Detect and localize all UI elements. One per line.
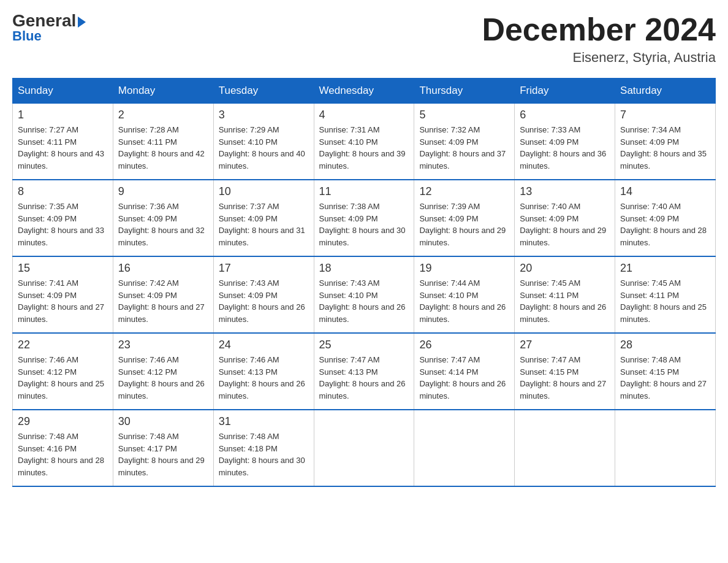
day-info: Sunrise: 7:42 AMSunset: 4:09 PMDaylight:… — [118, 277, 208, 325]
day-cell: 9Sunrise: 7:36 AMSunset: 4:09 PMDaylight… — [113, 180, 213, 256]
day-info: Sunrise: 7:37 AMSunset: 4:09 PMDaylight:… — [219, 201, 309, 248]
day-info: Sunrise: 7:48 AMSunset: 4:15 PMDaylight:… — [620, 354, 710, 402]
day-number: 5 — [419, 109, 509, 121]
day-cell: 25Sunrise: 7:47 AMSunset: 4:13 PMDayligh… — [314, 333, 414, 410]
day-number: 21 — [620, 262, 710, 275]
day-cell: 31Sunrise: 7:48 AMSunset: 4:18 PMDayligh… — [213, 410, 314, 486]
day-number: 30 — [118, 415, 208, 428]
week-row-1: 1Sunrise: 7:27 AMSunset: 4:11 PMDaylight… — [13, 104, 716, 180]
day-info: Sunrise: 7:47 AMSunset: 4:14 PMDaylight:… — [419, 354, 509, 402]
logo-blue-text: Blue — [12, 28, 42, 44]
day-cell — [515, 410, 615, 486]
page-header: General Blue December 2024 Eisenerz, Sty… — [12, 12, 716, 66]
day-cell: 2Sunrise: 7:28 AMSunset: 4:11 PMDaylight… — [113, 104, 213, 180]
day-number: 6 — [520, 109, 610, 121]
day-info: Sunrise: 7:40 AMSunset: 4:09 PMDaylight:… — [520, 201, 610, 248]
day-info: Sunrise: 7:41 AMSunset: 4:09 PMDaylight:… — [18, 277, 108, 325]
title-block: December 2024 Eisenerz, Styria, Austria — [482, 12, 716, 66]
day-info: Sunrise: 7:40 AMSunset: 4:09 PMDaylight:… — [620, 201, 710, 248]
day-number: 20 — [520, 262, 610, 275]
day-cell: 10Sunrise: 7:37 AMSunset: 4:09 PMDayligh… — [213, 180, 314, 256]
day-info: Sunrise: 7:32 AMSunset: 4:09 PMDaylight:… — [419, 124, 509, 172]
day-info: Sunrise: 7:43 AMSunset: 4:09 PMDaylight:… — [219, 277, 309, 325]
week-row-4: 22Sunrise: 7:46 AMSunset: 4:12 PMDayligh… — [13, 333, 716, 410]
calendar-table: SundayMondayTuesdayWednesdayThursdayFrid… — [12, 78, 716, 487]
day-cell — [314, 410, 414, 486]
day-info: Sunrise: 7:35 AMSunset: 4:09 PMDaylight:… — [18, 201, 108, 248]
col-header-sunday: Sunday — [13, 79, 113, 104]
day-cell: 18Sunrise: 7:43 AMSunset: 4:10 PMDayligh… — [314, 256, 414, 333]
header-row: SundayMondayTuesdayWednesdayThursdayFrid… — [13, 79, 716, 104]
day-info: Sunrise: 7:48 AMSunset: 4:16 PMDaylight:… — [18, 431, 108, 478]
day-number: 26 — [419, 339, 509, 351]
day-cell: 22Sunrise: 7:46 AMSunset: 4:12 PMDayligh… — [13, 333, 113, 410]
day-info: Sunrise: 7:34 AMSunset: 4:09 PMDaylight:… — [620, 124, 710, 172]
day-number: 29 — [18, 415, 108, 428]
day-number: 18 — [319, 262, 409, 275]
day-info: Sunrise: 7:47 AMSunset: 4:15 PMDaylight:… — [520, 354, 610, 402]
week-row-2: 8Sunrise: 7:35 AMSunset: 4:09 PMDaylight… — [13, 180, 716, 256]
day-info: Sunrise: 7:46 AMSunset: 4:13 PMDaylight:… — [219, 354, 309, 402]
day-number: 22 — [18, 339, 108, 351]
day-number: 3 — [219, 109, 309, 121]
day-cell: 17Sunrise: 7:43 AMSunset: 4:09 PMDayligh… — [213, 256, 314, 333]
day-info: Sunrise: 7:28 AMSunset: 4:11 PMDaylight:… — [118, 124, 208, 172]
logo: General Blue — [12, 12, 86, 44]
day-cell: 7Sunrise: 7:34 AMSunset: 4:09 PMDaylight… — [615, 104, 716, 180]
day-cell: 8Sunrise: 7:35 AMSunset: 4:09 PMDaylight… — [13, 180, 113, 256]
day-number: 24 — [219, 339, 309, 351]
day-info: Sunrise: 7:46 AMSunset: 4:12 PMDaylight:… — [118, 354, 208, 402]
col-header-saturday: Saturday — [615, 79, 716, 104]
day-cell: 26Sunrise: 7:47 AMSunset: 4:14 PMDayligh… — [414, 333, 515, 410]
col-header-monday: Monday — [113, 79, 213, 104]
day-info: Sunrise: 7:31 AMSunset: 4:10 PMDaylight:… — [319, 124, 409, 172]
day-cell — [414, 410, 515, 486]
day-cell: 27Sunrise: 7:47 AMSunset: 4:15 PMDayligh… — [515, 333, 615, 410]
day-number: 15 — [18, 262, 108, 275]
day-cell: 30Sunrise: 7:48 AMSunset: 4:17 PMDayligh… — [113, 410, 213, 486]
day-info: Sunrise: 7:27 AMSunset: 4:11 PMDaylight:… — [18, 124, 108, 172]
day-number: 14 — [620, 185, 710, 198]
day-number: 16 — [118, 262, 208, 275]
day-info: Sunrise: 7:48 AMSunset: 4:18 PMDaylight:… — [219, 431, 309, 478]
col-header-thursday: Thursday — [414, 79, 515, 104]
day-info: Sunrise: 7:45 AMSunset: 4:11 PMDaylight:… — [520, 277, 610, 325]
day-cell: 14Sunrise: 7:40 AMSunset: 4:09 PMDayligh… — [615, 180, 716, 256]
day-cell: 12Sunrise: 7:39 AMSunset: 4:09 PMDayligh… — [414, 180, 515, 256]
day-info: Sunrise: 7:33 AMSunset: 4:09 PMDaylight:… — [520, 124, 610, 172]
day-number: 19 — [419, 262, 509, 275]
day-cell: 5Sunrise: 7:32 AMSunset: 4:09 PMDaylight… — [414, 104, 515, 180]
day-info: Sunrise: 7:45 AMSunset: 4:11 PMDaylight:… — [620, 277, 710, 325]
day-info: Sunrise: 7:47 AMSunset: 4:13 PMDaylight:… — [319, 354, 409, 402]
day-info: Sunrise: 7:39 AMSunset: 4:09 PMDaylight:… — [419, 201, 509, 248]
day-cell: 3Sunrise: 7:29 AMSunset: 4:10 PMDaylight… — [213, 104, 314, 180]
day-number: 9 — [118, 185, 208, 198]
week-row-5: 29Sunrise: 7:48 AMSunset: 4:16 PMDayligh… — [13, 410, 716, 486]
day-cell: 4Sunrise: 7:31 AMSunset: 4:10 PMDaylight… — [314, 104, 414, 180]
day-info: Sunrise: 7:36 AMSunset: 4:09 PMDaylight:… — [118, 201, 208, 248]
day-info: Sunrise: 7:38 AMSunset: 4:09 PMDaylight:… — [319, 201, 409, 248]
day-number: 1 — [18, 109, 108, 121]
month-title: December 2024 — [482, 12, 716, 47]
logo-text: General — [12, 12, 86, 29]
day-number: 8 — [18, 185, 108, 198]
day-info: Sunrise: 7:29 AMSunset: 4:10 PMDaylight:… — [219, 124, 309, 172]
col-header-wednesday: Wednesday — [314, 79, 414, 104]
col-header-tuesday: Tuesday — [213, 79, 314, 104]
day-cell: 21Sunrise: 7:45 AMSunset: 4:11 PMDayligh… — [615, 256, 716, 333]
day-cell: 23Sunrise: 7:46 AMSunset: 4:12 PMDayligh… — [113, 333, 213, 410]
day-cell: 11Sunrise: 7:38 AMSunset: 4:09 PMDayligh… — [314, 180, 414, 256]
day-cell: 20Sunrise: 7:45 AMSunset: 4:11 PMDayligh… — [515, 256, 615, 333]
day-cell: 6Sunrise: 7:33 AMSunset: 4:09 PMDaylight… — [515, 104, 615, 180]
day-cell: 13Sunrise: 7:40 AMSunset: 4:09 PMDayligh… — [515, 180, 615, 256]
day-number: 31 — [219, 415, 309, 428]
day-cell: 16Sunrise: 7:42 AMSunset: 4:09 PMDayligh… — [113, 256, 213, 333]
day-number: 11 — [319, 185, 409, 198]
location: Eisenerz, Styria, Austria — [482, 50, 716, 66]
week-row-3: 15Sunrise: 7:41 AMSunset: 4:09 PMDayligh… — [13, 256, 716, 333]
day-cell: 15Sunrise: 7:41 AMSunset: 4:09 PMDayligh… — [13, 256, 113, 333]
day-number: 12 — [419, 185, 509, 198]
day-cell — [615, 410, 716, 486]
day-number: 10 — [219, 185, 309, 198]
day-cell: 19Sunrise: 7:44 AMSunset: 4:10 PMDayligh… — [414, 256, 515, 333]
